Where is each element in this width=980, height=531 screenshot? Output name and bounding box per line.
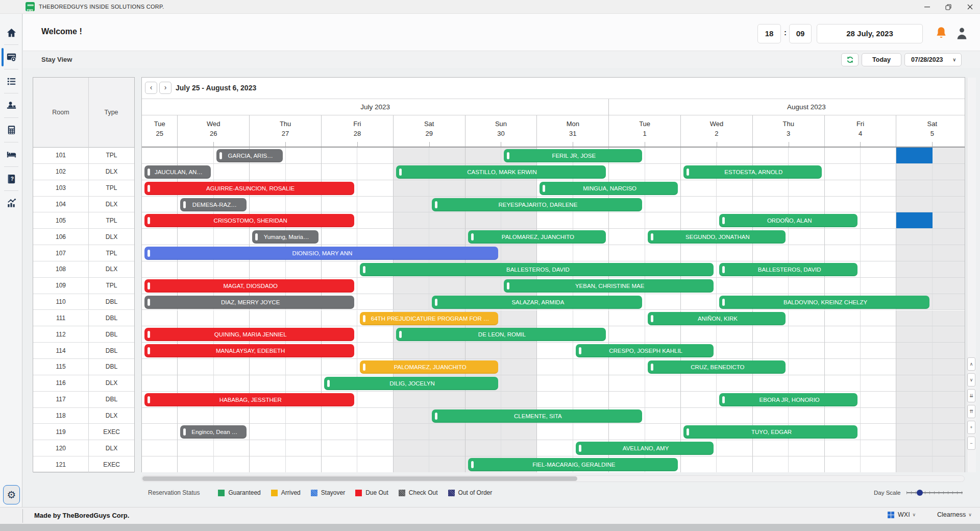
slider-knob[interactable] (917, 490, 923, 496)
clock-hour[interactable]: 18 (757, 24, 781, 43)
next-period-button[interactable]: › (159, 82, 172, 94)
noon-tick-mark (717, 142, 717, 147)
refresh-button[interactable] (841, 53, 859, 66)
notifications-button[interactable] (935, 26, 948, 42)
reservation-bar[interactable]: 64TH PREJUDICATURE PROGRAM FOR … (360, 312, 498, 325)
reservation-bar[interactable]: SEGUNDO, JONATHAN (648, 230, 786, 244)
reservation-bar[interactable]: GARCIA, ARIS… (216, 149, 283, 162)
reservation-bar[interactable]: CASTILLO, MARK ERWIN (396, 165, 606, 179)
timeline-cell (250, 164, 285, 180)
room-row-120[interactable]: 120DLX (33, 440, 134, 456)
horizontal-scrollbar[interactable] (141, 475, 965, 482)
room-row-103[interactable]: 103TPL (33, 180, 134, 197)
reservation-bar[interactable]: Yumang, Maria… (252, 230, 318, 244)
room-row-114[interactable]: 114DBL (33, 343, 134, 359)
horizontal-scrollbar-thumb[interactable] (142, 476, 577, 481)
room-row-121[interactable]: 121EXEC (33, 456, 134, 473)
scroll-bottom-button[interactable]: ⇊ (967, 389, 975, 402)
reservation-bar[interactable]: MAGAT, DIOSDADO (144, 279, 354, 293)
room-row-101[interactable]: 101TPL (33, 148, 134, 164)
reservation-bar[interactable]: QUINING, MARIA JENNIEL (144, 328, 354, 341)
reservation-bar[interactable]: EBORA JR, HONORIO (719, 393, 857, 406)
reservation-bar[interactable]: MANALAYSAY, EDEBETH (144, 344, 354, 357)
reservation-bar[interactable]: BALLESTEROS, DAVID (719, 263, 857, 276)
reservation-bar[interactable]: AVELLANO, AMY (576, 442, 714, 455)
scroll-down-button[interactable]: ∨ (967, 373, 975, 387)
reservation-bar[interactable]: FIEL-MACARAIG, GERALDINE (468, 458, 678, 471)
room-row-116[interactable]: 116DLX (33, 375, 134, 392)
zoom-out-button[interactable]: − (967, 437, 975, 450)
reservation-bar[interactable]: JAUCULAN, AN… (144, 165, 211, 179)
reservation-bar[interactable]: MINGUA, NARCISO (540, 182, 678, 195)
timeline-cell (933, 440, 965, 456)
reservation-guest-label: JAUCULAN, AN… (145, 169, 210, 175)
room-row-105[interactable]: 105TPL (33, 212, 134, 229)
room-row-119[interactable]: 119EXEC (33, 424, 134, 440)
sidebar-item-cashier[interactable] (0, 118, 22, 142)
room-row-110[interactable]: 110DBL (33, 294, 134, 310)
scroll-top-button[interactable]: ⇈ (967, 405, 975, 418)
room-row-104[interactable]: 104DLX (33, 197, 134, 213)
reservation-bar[interactable]: BALDOVINO, KREINZ CHELZY (719, 296, 929, 309)
reservation-bar[interactable]: TUYO, EDGAR (683, 425, 857, 439)
reservation-bar[interactable]: DILIG, JOCELYN (324, 377, 498, 390)
close-button[interactable] (960, 0, 980, 13)
sidebar-item-front-desk[interactable] (0, 94, 22, 117)
sidebar-item-rooms[interactable] (0, 143, 22, 166)
reservation-bar[interactable]: CLEMENTE, SITA (432, 409, 642, 423)
reservation-bar[interactable]: DE LEON, ROMIL (396, 328, 606, 341)
reservation-bar[interactable]: ANIÑON, KIRK (648, 312, 786, 325)
reservation-bar[interactable]: YEBAN, CHRISTINE MAE (504, 279, 714, 293)
room-row-117[interactable]: 117DBL (33, 392, 134, 408)
day-scale-slider[interactable] (906, 489, 963, 497)
sidebar-item-reports[interactable] (0, 191, 22, 215)
reservation-bar[interactable]: PALOMAREZ, JUANCHITO (468, 230, 606, 244)
reservation-bar[interactable]: REYESPAJARITO, DARLENE (432, 198, 642, 211)
reservation-bar[interactable]: HABABAG, JESSTHER (144, 393, 354, 406)
timeline-cell (789, 440, 824, 456)
reservation-bar[interactable]: DIONISIO, MARY ANN (144, 247, 498, 260)
reservation-bar[interactable]: PALOMAREZ, JUANCHITO (360, 360, 498, 374)
sidebar-item-help[interactable]: ? (0, 167, 22, 190)
profile-button[interactable] (955, 26, 969, 42)
room-row-102[interactable]: 102DLX (33, 164, 134, 180)
prev-period-button[interactable]: ‹ (145, 82, 157, 94)
today-button[interactable]: Today (862, 53, 901, 66)
room-row-107[interactable]: 107TPL (33, 245, 134, 261)
restore-button[interactable] (938, 0, 959, 13)
reservation-bar[interactable]: DEMESA-RAZ… (180, 198, 247, 211)
minimize-button[interactable] (917, 0, 937, 13)
sidebar-item-reservations-list[interactable] (0, 69, 22, 93)
room-row-112[interactable]: 112DBL (33, 326, 134, 343)
reservation-bar[interactable]: AGUIRRE-ASUNCION, ROSALIE (144, 182, 354, 195)
room-row-108[interactable]: 108DLX (33, 261, 134, 278)
theme-selector[interactable]: Clearness ∨ (925, 511, 972, 518)
room-row-109[interactable]: 109TPL (33, 278, 134, 294)
language-selector[interactable]: WXI ∨ (888, 511, 916, 518)
room-row-118[interactable]: 118DLX (33, 408, 134, 424)
date-display[interactable]: 28 July, 2023 (817, 24, 923, 43)
room-row-106[interactable]: 106DLX (33, 229, 134, 245)
reservation-bar[interactable]: ORDOÑO, ALAN (719, 214, 857, 227)
reservation-bar[interactable]: ESTOESTA, ARNOLD (683, 165, 822, 179)
reservation-bar[interactable]: CRISOSTOMO, SHERIDAN (144, 214, 354, 227)
timeline-cell (142, 261, 178, 278)
sidebar-item-stay-view[interactable] (0, 45, 22, 69)
reservation-bar[interactable]: BALLESTEROS, DAVID (360, 263, 714, 276)
zoom-in-button[interactable]: + (967, 421, 975, 434)
date-picker[interactable]: 07/28/2023 ∨ (904, 53, 962, 66)
timeline-cell (896, 229, 932, 245)
reservation-bar[interactable]: FERIL JR, JOSE (504, 149, 642, 162)
reservation-bar[interactable]: Enginco, Dean … (180, 425, 247, 439)
reservation-bar[interactable]: DIAZ, MERRY JOYCE (144, 296, 354, 309)
room-row-115[interactable]: 115DBL (33, 359, 134, 375)
scroll-up-button[interactable]: ∧ (967, 357, 975, 371)
reservation-bar[interactable]: SALAZAR, ARMIDA (432, 296, 642, 309)
sidebar-item-home[interactable] (0, 21, 22, 44)
room-row-111[interactable]: 111DBL (33, 310, 134, 327)
settings-button[interactable]: ⚙ (3, 485, 20, 504)
reservation-bar[interactable]: CRESPO, JOSEPH KAHLIL (576, 344, 714, 357)
noon-tick-mark (213, 142, 214, 147)
clock-minute[interactable]: 09 (789, 24, 812, 43)
reservation-bar[interactable]: CRUZ, BENEDICTO (648, 360, 786, 374)
